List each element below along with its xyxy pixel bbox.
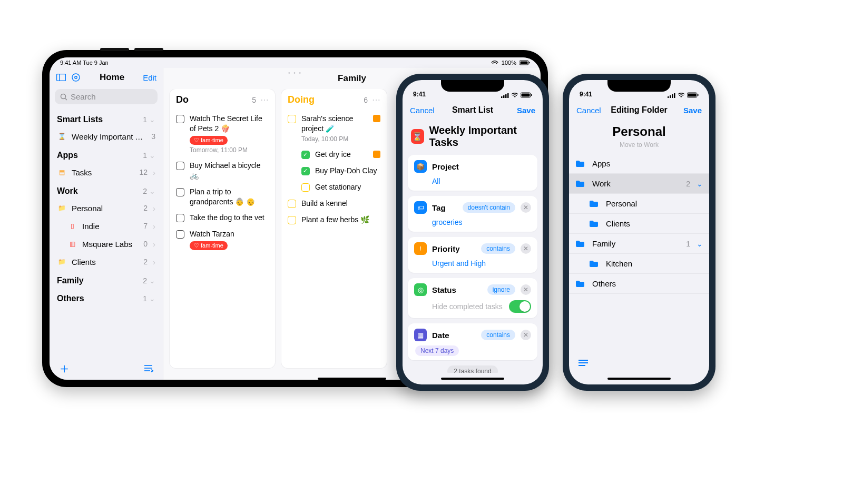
checkbox[interactable] bbox=[176, 230, 184, 239]
task-row[interactable]: Watch The Secret Life of Pets 2 🍿♡ fam-t… bbox=[176, 111, 269, 157]
chevron-down-icon[interactable]: ⌄ bbox=[697, 240, 703, 248]
task-row[interactable]: Get dry ice bbox=[288, 146, 380, 163]
save-button[interactable]: Save bbox=[506, 106, 535, 115]
checkbox[interactable] bbox=[176, 115, 184, 123]
task-row[interactable]: Plant a few herbs 🌿 bbox=[288, 212, 380, 228]
smartlist-title: Weekly Important Tasks bbox=[429, 124, 534, 149]
svg-line-8 bbox=[65, 98, 67, 100]
task-row[interactable]: Take the dog to the vet bbox=[176, 210, 269, 226]
sidebar-section-header[interactable]: Others1 ⌄ bbox=[50, 289, 163, 307]
more-icon[interactable]: ⋯ bbox=[372, 95, 380, 105]
remove-filter-button[interactable]: ✕ bbox=[521, 202, 531, 213]
checkbox[interactable] bbox=[288, 115, 296, 123]
settings-gear-icon[interactable] bbox=[71, 72, 81, 83]
home-indicator[interactable] bbox=[607, 378, 671, 380]
filter-value[interactable]: Urgent and High bbox=[432, 259, 531, 268]
svg-rect-20 bbox=[670, 95, 671, 98]
svg-rect-18 bbox=[531, 94, 532, 96]
priority-flag-icon bbox=[373, 151, 380, 158]
chevron-down-icon[interactable]: ⌄ bbox=[697, 180, 703, 188]
more-icon[interactable]: ⋯ bbox=[260, 95, 269, 105]
filter-card[interactable]: 📦 ProjectAll bbox=[408, 155, 537, 191]
folder-row[interactable]: Apps bbox=[569, 154, 709, 174]
add-button[interactable]: ＋ bbox=[59, 363, 70, 373]
cancel-button[interactable]: Cancel bbox=[576, 106, 606, 115]
checkbox[interactable] bbox=[176, 188, 184, 196]
folder-row[interactable]: Others bbox=[569, 274, 709, 294]
folder-row[interactable]: Kitchen bbox=[569, 254, 709, 274]
filter-value[interactable]: groceries bbox=[432, 218, 531, 226]
remove-filter-button[interactable]: ✕ bbox=[521, 243, 531, 254]
value-pill[interactable]: Next 7 days bbox=[415, 345, 459, 356]
task-row[interactable]: Build a kennel bbox=[288, 195, 380, 212]
task-row[interactable]: Watch Tarzan♡ fam-time bbox=[176, 226, 269, 253]
condition-pill[interactable]: doesn't contain bbox=[463, 202, 515, 213]
folder-icon: 📁 bbox=[57, 257, 66, 266]
sidebar-section-header[interactable]: Apps1 ⌄ bbox=[50, 145, 163, 163]
tag-chip[interactable]: ♡ fam-time bbox=[190, 241, 228, 250]
checkbox[interactable] bbox=[301, 183, 310, 192]
svg-rect-21 bbox=[672, 94, 673, 98]
filter-card[interactable]: 🏷 Tagdoesn't contain✕groceries bbox=[408, 196, 537, 232]
condition-pill[interactable]: contains bbox=[481, 330, 515, 340]
sidebar-section-header[interactable]: Work2 ⌄ bbox=[50, 181, 163, 199]
sidebar-item[interactable]: 📁 Clients2› bbox=[50, 253, 163, 271]
sidebar-item[interactable]: ▤ Tasks12› bbox=[50, 163, 163, 181]
condition-pill[interactable]: ignore bbox=[487, 284, 515, 295]
sidebar: Home Edit Search Smart Lists1 ⌄⌛ Weekly … bbox=[50, 68, 163, 380]
folder-icon: ⌛ bbox=[57, 132, 66, 141]
tag-chip[interactable]: ♡ fam-time bbox=[190, 136, 228, 145]
task-row[interactable]: Buy Michael a bicycle 🚲 bbox=[176, 157, 269, 184]
home-indicator[interactable] bbox=[318, 378, 386, 380]
checkbox[interactable] bbox=[176, 214, 184, 222]
svg-rect-24 bbox=[688, 94, 697, 97]
task-row[interactable]: Get stationary bbox=[288, 179, 380, 195]
priority-flag-icon bbox=[373, 115, 380, 122]
folder-row[interactable]: Personal bbox=[569, 194, 709, 214]
search-icon bbox=[60, 93, 67, 101]
sidebar-item[interactable]: ⌛ Weekly Important Tasks3 bbox=[50, 127, 163, 145]
folder-icon: ▯ bbox=[67, 221, 77, 231]
sidebar-item[interactable]: ▯ Indie7› bbox=[50, 217, 163, 235]
cancel-button[interactable]: Cancel bbox=[410, 106, 439, 115]
nav-title: Editing Folder bbox=[611, 105, 668, 115]
condition-pill[interactable]: contains bbox=[481, 243, 515, 254]
checkbox[interactable] bbox=[301, 151, 310, 159]
sidebar-section-header[interactable]: Family2 ⌄ bbox=[50, 271, 163, 289]
list-toggle-icon[interactable] bbox=[577, 359, 589, 367]
task-row[interactable]: Buy Play-Doh Clay bbox=[288, 163, 380, 179]
home-indicator[interactable] bbox=[441, 378, 504, 380]
sidebar-item[interactable]: 📁 Personal2› bbox=[50, 199, 163, 217]
folder-row[interactable]: Family 1 ⌄ bbox=[569, 234, 709, 254]
board-column: Doing6⋯ Sarah's science project 🧪Today, … bbox=[281, 89, 387, 368]
remove-filter-button[interactable]: ✕ bbox=[521, 330, 531, 340]
task-row[interactable]: Sarah's science project 🧪Today, 10:00 PM bbox=[288, 111, 380, 146]
folder-row[interactable]: Clients bbox=[569, 214, 709, 234]
search-input[interactable]: Search bbox=[55, 89, 158, 104]
folder-name[interactable]: Personal bbox=[569, 121, 709, 141]
filter-card[interactable]: ◎ Statusignore✕Hide completed tasks bbox=[408, 278, 537, 318]
filter-icon: ▦ bbox=[414, 329, 427, 341]
sidebar-section-header[interactable]: Smart Lists1 ⌄ bbox=[50, 110, 163, 127]
phone-nav: Cancel Smart List Save bbox=[403, 99, 543, 121]
folder-icon bbox=[589, 200, 600, 207]
task-row[interactable]: Plan a trip to grandparents 👵 👴 bbox=[176, 184, 269, 210]
drag-handle-icon[interactable]: • • • bbox=[288, 70, 302, 76]
checkbox[interactable] bbox=[176, 162, 184, 170]
filter-value[interactable]: All bbox=[432, 177, 531, 185]
edit-button[interactable]: Edit bbox=[143, 73, 156, 82]
filter-card[interactable]: ! Prioritycontains✕Urgent and High bbox=[408, 237, 537, 273]
save-button[interactable]: Save bbox=[672, 106, 702, 115]
ipad-status-bar: 9:41 AM Tue 9 Jan 100% bbox=[50, 57, 541, 68]
sidebar-item[interactable]: ▥ Msquare Labs0› bbox=[50, 235, 163, 253]
filter-card[interactable]: ▦ Datecontains✕Next 7 days bbox=[408, 323, 537, 360]
checkbox[interactable] bbox=[288, 200, 296, 208]
remove-filter-button[interactable]: ✕ bbox=[521, 284, 531, 295]
checkbox[interactable] bbox=[301, 167, 310, 175]
sidebar-toggle-icon[interactable] bbox=[56, 72, 66, 83]
toggle-switch[interactable] bbox=[509, 300, 531, 313]
svg-rect-2 bbox=[529, 62, 530, 64]
list-style-icon[interactable] bbox=[143, 363, 153, 373]
checkbox[interactable] bbox=[288, 216, 296, 224]
folder-row[interactable]: Work 2 ⌄ bbox=[569, 174, 709, 194]
